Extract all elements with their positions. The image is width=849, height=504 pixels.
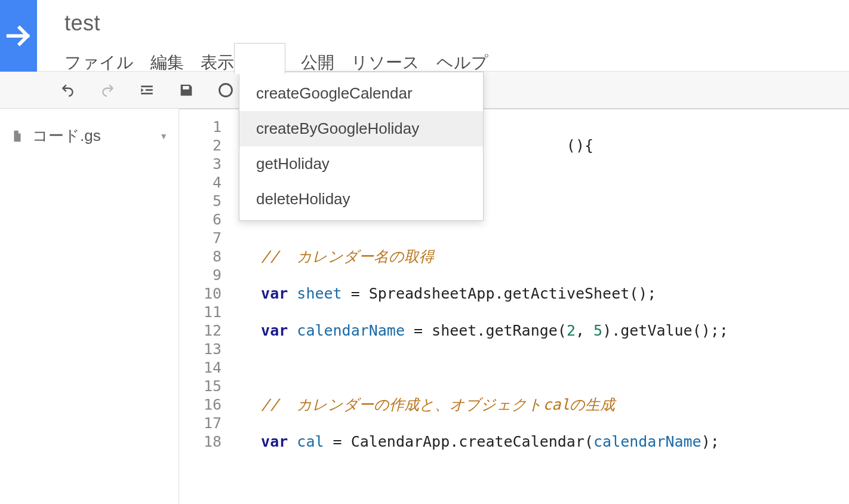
menu-file[interactable]: ファイル <box>64 49 134 76</box>
menu-edit[interactable]: 編集 <box>150 49 184 76</box>
file-icon <box>11 128 24 144</box>
svg-rect-1 <box>146 89 153 91</box>
run-dropdown: createGoogleCalendar createByGoogleHolid… <box>239 72 484 221</box>
sidebar-file-label: コード.gs <box>32 125 101 146</box>
project-title[interactable]: test <box>64 11 488 36</box>
menu-view[interactable]: 表示 <box>201 49 234 76</box>
line-gutter: 1 2 3 4 5 6 7 8 9 10 11 12 13 14 15 16 1… <box>179 109 230 504</box>
save-icon[interactable] <box>178 82 195 99</box>
indent-icon[interactable] <box>139 82 155 99</box>
run-fn-createGoogleCalendar[interactable]: createGoogleCalendar <box>239 76 483 111</box>
svg-rect-2 <box>141 93 153 94</box>
svg-rect-0 <box>141 85 153 87</box>
run-selected-icon[interactable] <box>217 82 234 99</box>
redo-icon[interactable] <box>99 82 116 99</box>
svg-point-3 <box>220 84 232 96</box>
run-fn-createByGoogleHoliday[interactable]: createByGoogleHoliday <box>239 111 483 146</box>
menu-run-outline <box>234 43 285 74</box>
run-fn-deleteHoliday[interactable]: deleteHoliday <box>239 182 483 217</box>
apps-script-logo <box>0 0 37 72</box>
chevron-down-icon[interactable]: ▼ <box>159 131 168 141</box>
run-fn-getHoliday[interactable]: getHoliday <box>239 146 483 182</box>
undo-icon[interactable] <box>60 82 76 99</box>
header: test ファイル 編集 表示 実行 公開 リソース ヘルプ <box>0 0 849 72</box>
sidebar-file-item[interactable]: コード.gs ▼ <box>0 119 179 152</box>
sidebar: コード.gs ▼ <box>0 109 179 504</box>
